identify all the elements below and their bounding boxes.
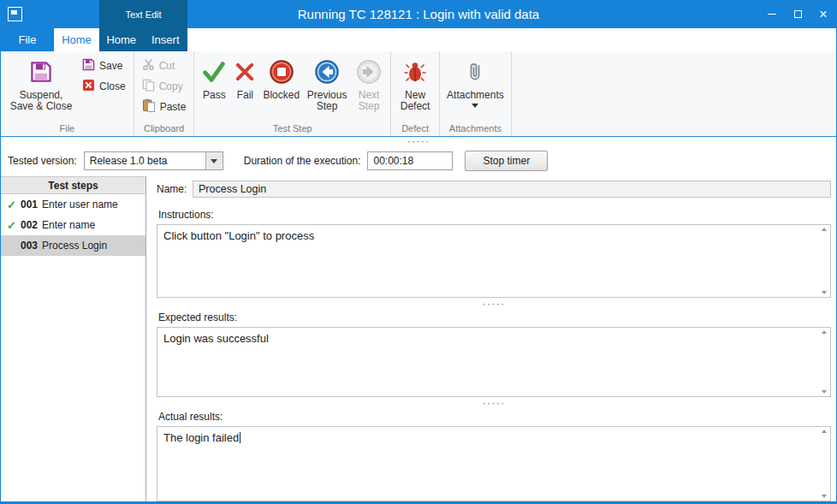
scissors-icon [142, 58, 155, 74]
pass-check-icon [201, 56, 227, 87]
step-detail-panel: Name: Process Login Instructions: Click … [146, 176, 836, 501]
scroll-down-icon[interactable] [822, 390, 827, 394]
test-step-row-002[interactable]: ✓ 002 Enter name [1, 215, 145, 235]
attachments-label: Attachments [447, 90, 504, 101]
step-name-field[interactable]: Process Login [193, 181, 831, 198]
bug-icon [403, 56, 427, 87]
chevron-down-icon [211, 159, 217, 163]
expected-results-text: Login was successful [157, 328, 830, 349]
close-label: Close [99, 80, 126, 92]
pass-button[interactable]: Pass [198, 54, 230, 104]
ribbon-filler [512, 51, 836, 136]
test-steps-panel: Test steps ✓ 001 Enter user name ✓ 002 E… [1, 176, 146, 501]
scroll-up-icon[interactable] [822, 430, 827, 433]
close-button[interactable]: Close [78, 77, 130, 95]
previous-step-label: Previous Step [306, 90, 347, 112]
paste-button[interactable]: Paste [138, 98, 191, 116]
instructions-textarea[interactable]: Click button "Login" to process [157, 224, 831, 298]
minimize-icon [768, 14, 776, 15]
tab-file[interactable]: File [1, 28, 54, 51]
minimize-button[interactable] [759, 0, 785, 28]
close-icon: × [819, 8, 827, 21]
next-step-label: Next Step [354, 90, 383, 112]
step-passed-check-icon: ✓ [7, 219, 21, 232]
contextual-tab-group: Text Edit Home Insert [99, 0, 187, 51]
fail-button[interactable]: Fail [230, 54, 259, 104]
test-step-row-001[interactable]: ✓ 001 Enter user name [1, 194, 145, 215]
maximize-icon [794, 10, 802, 18]
suspend-save-close-label: Suspend, Save & Close [8, 90, 74, 112]
splitter-handle[interactable] [407, 139, 430, 144]
test-step-row-003[interactable]: 003 Process Login [1, 235, 145, 256]
copy-icon [142, 79, 155, 94]
blocked-label: Blocked [263, 90, 300, 101]
contextual-tabs: Home Insert [99, 28, 187, 51]
step-label: Process Login [42, 240, 107, 252]
splitter-handle[interactable] [483, 301, 506, 306]
scroll-up-icon[interactable] [822, 330, 827, 334]
tab-home[interactable]: Home [54, 28, 99, 51]
close-window-button[interactable]: × [810, 0, 836, 28]
step-passed-check-icon: ✓ [7, 199, 21, 211]
group-label-attachments: Attachments [440, 123, 511, 136]
save-icon [30, 56, 52, 87]
previous-step-button[interactable]: Previous Step [303, 54, 351, 115]
test-steps-header: Test steps [1, 176, 145, 194]
cut-label: Cut [159, 60, 175, 72]
paste-label: Paste [160, 101, 187, 113]
tab-contextual-home[interactable]: Home [99, 28, 144, 51]
scroll-down-icon[interactable] [822, 495, 827, 498]
splitter-handle[interactable] [483, 400, 506, 406]
step-label: Enter name [42, 219, 95, 231]
tested-version-dropdown-button[interactable] [205, 152, 223, 169]
fail-label: Fail [237, 90, 253, 101]
maximize-button[interactable] [785, 0, 810, 28]
expected-results-textarea[interactable]: Login was successful [157, 327, 831, 397]
new-defect-button[interactable]: New Defect [395, 54, 436, 115]
expected-results-label: Expected results: [158, 311, 831, 323]
next-step-button: Next Step [351, 54, 387, 115]
tested-version-label: Tested version: [8, 155, 77, 167]
duration-label: Duration of the execution: [244, 155, 361, 167]
save-label: Save [99, 60, 122, 72]
app-window: Running TC 128121 : Login with valid dat… [0, 0, 837, 504]
instructions-label: Instructions: [158, 209, 831, 221]
step-number: 001 [21, 199, 38, 210]
instructions-text: Click button "Login" to process [157, 225, 830, 246]
ribbon-group-file: Suspend, Save & Close Save [1, 51, 134, 136]
pass-label: Pass [203, 90, 226, 101]
suspend-save-close-button[interactable]: Suspend, Save & Close [4, 54, 78, 115]
stop-timer-button[interactable]: Stop timer [465, 151, 548, 171]
name-label: Name: [157, 183, 193, 195]
attachments-button[interactable]: Attachments [443, 54, 508, 110]
copy-label: Copy [159, 80, 183, 92]
text-caret [240, 432, 240, 443]
blocked-button[interactable]: Blocked [259, 54, 303, 104]
group-label-clipboard: Clipboard [134, 123, 194, 136]
tested-version-select[interactable]: Release 1.0 beta [84, 151, 223, 170]
actual-results-textarea[interactable]: The login failed [157, 426, 831, 501]
paperclip-icon [464, 56, 486, 87]
group-label-test-step: Test Step [194, 123, 390, 136]
step-label: Enter user name [42, 199, 118, 210]
actual-results-label: Actual results: [158, 411, 831, 423]
cut-button: Cut [138, 56, 191, 74]
duration-input[interactable]: 00:00:18 [367, 151, 453, 170]
main-area: Test steps ✓ 001 Enter user name ✓ 002 E… [1, 176, 836, 501]
scroll-up-icon[interactable] [822, 228, 827, 231]
tab-contextual-insert[interactable]: Insert [144, 28, 188, 51]
ribbon-group-test-step: Pass Fail [194, 51, 391, 136]
ribbon-group-defect: New Defect Defect [391, 51, 440, 136]
previous-arrow-icon [314, 56, 340, 87]
app-icon[interactable] [8, 7, 22, 21]
save-button[interactable]: Save [78, 56, 130, 74]
next-arrow-icon [356, 56, 382, 87]
close-x-icon [82, 79, 95, 94]
paste-icon [142, 98, 156, 115]
attachments-dropdown-icon[interactable] [472, 104, 478, 108]
step-number: 003 [21, 240, 38, 252]
ribbon-group-attachments: Attachments Attachments [440, 51, 512, 136]
scroll-down-icon[interactable] [822, 291, 827, 294]
ribbon-group-clipboard: Cut Copy [134, 51, 195, 136]
fail-x-icon [234, 56, 256, 87]
